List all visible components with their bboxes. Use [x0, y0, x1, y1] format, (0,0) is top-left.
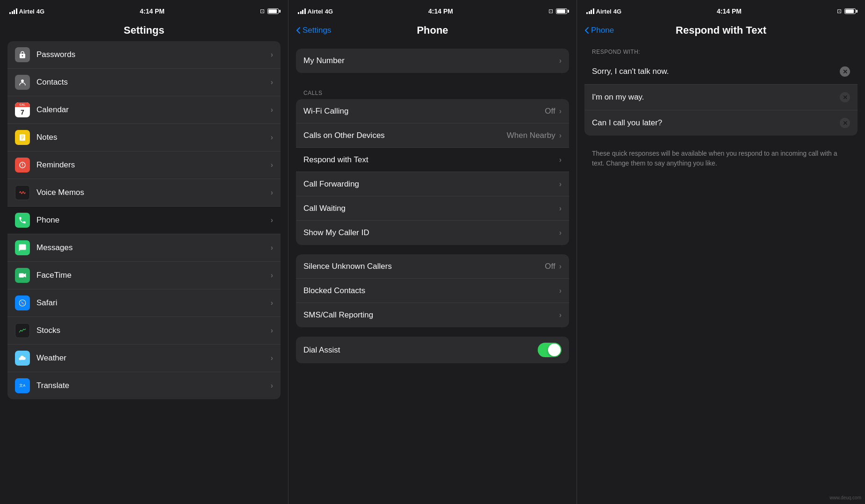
dial-assist-toggle[interactable]: [538, 343, 562, 357]
response-text-2: Can I call you later?: [592, 118, 840, 128]
settings-row-calendar[interactable]: CAL 7 Calendar ›: [7, 96, 281, 124]
safari-label: Safari: [36, 298, 271, 308]
phone-icon: [15, 213, 30, 228]
respond-text-label: Respond with Text: [303, 155, 559, 165]
chevron-waiting: ›: [559, 204, 562, 213]
contacts-label: Contacts: [36, 78, 271, 87]
sms-label: SMS/Call Reporting: [303, 310, 559, 320]
status-right-1: ⊡: [260, 8, 279, 14]
passwords-label: Passwords: [36, 50, 271, 59]
chevron-contacts: ›: [271, 78, 273, 86]
signal-icon-1: [9, 8, 17, 14]
chevron-calls-other: ›: [559, 131, 562, 140]
chevron-safari: ›: [271, 299, 273, 307]
status-bar-1: Airtel 4G 4:14 PM ⊡: [0, 0, 288, 21]
svg-rect-8: [19, 274, 24, 278]
clear-response-0[interactable]: ✕: [840, 66, 850, 77]
response-text-1: I'm on my way.: [592, 93, 840, 102]
settings-row-contacts[interactable]: Contacts ›: [7, 69, 281, 96]
chevron-wifi: ›: [559, 107, 562, 115]
calendar-label: Calendar: [36, 105, 271, 115]
contacts-icon: [15, 75, 30, 90]
chevron-weather: ›: [271, 354, 273, 362]
blocked-label: Blocked Contacts: [303, 286, 559, 295]
calls-group: Wi-Fi Calling Off › Calls on Other Devic…: [296, 99, 569, 245]
calls-other-devices-row[interactable]: Calls on Other Devices When Nearby ›: [296, 123, 569, 148]
settings-row-stocks[interactable]: Stocks ›: [7, 317, 281, 345]
chevron-stocks: ›: [271, 326, 273, 335]
calls-section-label: CALLS: [296, 82, 569, 99]
carrier-1: Airtel: [19, 8, 35, 15]
voicememos-label: Voice Memos: [36, 188, 271, 197]
dial-assist-group: Dial Assist: [296, 337, 569, 363]
settings-screen: Airtel 4G 4:14 PM ⊡ Settings Passwords ›: [0, 0, 288, 504]
settings-row-safari[interactable]: Safari ›: [7, 289, 281, 317]
network-3: 4G: [613, 8, 621, 15]
phone-label: Phone: [36, 216, 271, 225]
battery-icon-2: [556, 8, 567, 14]
settings-row-messages[interactable]: Messages ›: [7, 234, 281, 262]
settings-row-voicememos[interactable]: Voice Memos ›: [7, 179, 281, 207]
settings-row-facetime[interactable]: FaceTime ›: [7, 262, 281, 289]
phone-screen: Airtel 4G 4:14 PM ⊡ Settings Phone My Nu…: [288, 0, 577, 504]
reminders-icon: [15, 158, 30, 173]
silence-row[interactable]: Silence Unknown Callers Off ›: [296, 254, 569, 279]
call-waiting-row[interactable]: Call Waiting ›: [296, 196, 569, 221]
status-right-2: ⊡: [548, 8, 567, 14]
settings-row-translate[interactable]: 文A Translate ›: [7, 372, 281, 399]
response-row-0[interactable]: Sorry, I can't talk now. ✕: [584, 59, 858, 85]
time-1: 4:14 PM: [140, 7, 165, 15]
respond-with-text-row[interactable]: Respond with Text ›: [296, 148, 569, 172]
watermark: www.deuq.com: [829, 495, 861, 500]
nav-header-3: Phone Respond with Text: [577, 21, 865, 41]
settings-row-notes[interactable]: Notes ›: [7, 124, 281, 151]
network-2: 4G: [325, 8, 333, 15]
settings-row-weather[interactable]: Weather ›: [7, 345, 281, 372]
settings-section-1: Passwords › Contacts › CAL: [7, 41, 281, 399]
carrier-3: Airtel: [596, 8, 612, 15]
translate-label: Translate: [36, 381, 271, 390]
chevron-phone: ›: [271, 216, 273, 224]
clear-response-2[interactable]: ✕: [840, 118, 850, 128]
page-title-1: Settings: [124, 24, 165, 36]
settings-row-phone[interactable]: Phone ›: [7, 207, 281, 234]
chevron-facetime: ›: [271, 271, 273, 280]
response-row-1[interactable]: I'm on my way. ✕: [584, 85, 858, 110]
status-left-2: Airtel 4G: [298, 8, 333, 15]
settings-list: Passwords › Contacts › CAL: [0, 41, 288, 504]
clear-response-1[interactable]: ✕: [840, 92, 850, 102]
chevron-sms: ›: [559, 311, 562, 319]
chevron-calendar: ›: [271, 106, 273, 114]
call-forwarding-row[interactable]: Call Forwarding ›: [296, 172, 569, 196]
voicememos-icon: [15, 185, 30, 200]
time-2: 4:14 PM: [428, 7, 453, 15]
calendar-icon: CAL 7: [15, 102, 30, 117]
sms-reporting-row[interactable]: SMS/Call Reporting ›: [296, 303, 569, 327]
my-number-row[interactable]: My Number ›: [296, 49, 569, 73]
battery-icon-1: [267, 8, 279, 14]
screen-mirror-icon-1: ⊡: [260, 8, 265, 14]
stocks-label: Stocks: [36, 326, 271, 335]
blocked-contacts-row[interactable]: Blocked Contacts ›: [296, 279, 569, 303]
wifi-calling-row[interactable]: Wi-Fi Calling Off ›: [296, 99, 569, 123]
dial-assist-label: Dial Assist: [303, 346, 538, 355]
status-right-3: ⊡: [837, 8, 856, 14]
screen-mirror-icon-2: ⊡: [548, 8, 553, 14]
settings-row-reminders[interactable]: Reminders ›: [7, 151, 281, 179]
response-row-2[interactable]: Can I call you later? ✕: [584, 110, 858, 136]
network-1: 4G: [36, 8, 44, 15]
back-to-settings[interactable]: Settings: [296, 26, 331, 35]
back-to-phone[interactable]: Phone: [584, 26, 614, 35]
respond-text-content: RESPOND WITH: Sorry, I can't talk now. ✕…: [577, 41, 865, 504]
respond-info-text: These quick responses will be available …: [577, 143, 865, 178]
respond-section-label: RESPOND WITH:: [577, 41, 865, 59]
settings-row-passwords[interactable]: Passwords ›: [7, 41, 281, 69]
chevron-voicememos: ›: [271, 188, 273, 197]
caller-id-row[interactable]: Show My Caller ID ›: [296, 221, 569, 245]
weather-label: Weather: [36, 353, 271, 363]
battery-icon-3: [844, 8, 856, 14]
status-left-1: Airtel 4G: [9, 8, 44, 15]
dial-assist-row[interactable]: Dial Assist: [296, 337, 569, 363]
chevron-messages: ›: [271, 244, 273, 252]
notes-label: Notes: [36, 133, 271, 142]
